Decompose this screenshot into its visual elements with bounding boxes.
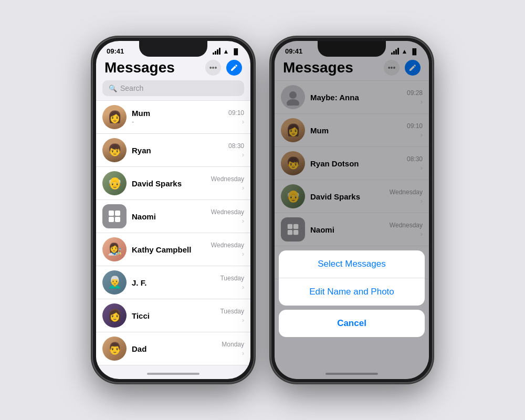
edit-name-photo-button[interactable]: Edit Name and Photo bbox=[279, 278, 425, 306]
chevron-icon: › bbox=[242, 184, 244, 192]
phone-2: 09:41 ▲ ▐▌ Messages ••• bbox=[270, 37, 433, 383]
list-item[interactable]: 👩‍🎨 Kathy Campbell Wednesday › bbox=[96, 233, 250, 266]
avatar: 👨‍🦳 bbox=[102, 270, 127, 295]
notch-1 bbox=[139, 41, 207, 57]
list-item[interactable]: 👩 Mum - 09:10 › bbox=[96, 100, 250, 134]
chevron-icon: › bbox=[242, 118, 244, 125]
message-name: David Sparks bbox=[132, 179, 206, 188]
chevron-icon: › bbox=[242, 151, 244, 159]
message-time: Wednesday bbox=[211, 208, 244, 216]
messages-list-1: 👩 Mum - 09:10 › 👦 bbox=[96, 100, 250, 365]
chevron-icon: › bbox=[242, 250, 244, 258]
svg-rect-0 bbox=[109, 211, 114, 216]
compose-button-1[interactable] bbox=[226, 60, 242, 76]
chevron-icon: › bbox=[242, 217, 244, 225]
dots-button-1[interactable]: ••• bbox=[205, 60, 221, 76]
nav-bar-1: Messages ••• bbox=[96, 57, 250, 80]
message-name: Dad bbox=[132, 344, 216, 353]
action-sheet: Select Messages Edit Name and Photo Canc… bbox=[275, 250, 429, 379]
search-bar-1[interactable]: 🔍 Search bbox=[102, 80, 244, 96]
phone-1: 09:41 ▲ ▐▌ Messages ••• bbox=[92, 37, 255, 383]
chevron-icon: › bbox=[242, 283, 244, 291]
chevron-icon: › bbox=[242, 349, 244, 357]
message-time: Wednesday bbox=[211, 175, 244, 183]
message-content: Dad bbox=[132, 344, 216, 353]
list-item[interactable]: Naomi Wednesday › bbox=[96, 200, 250, 233]
naomi-app-icon bbox=[107, 208, 122, 224]
list-item[interactable]: 👨‍🦳 J. F. Tuesday › bbox=[96, 266, 250, 299]
screen-1: 09:41 ▲ ▐▌ Messages ••• bbox=[96, 41, 250, 379]
message-name: Kathy Campbell bbox=[132, 245, 206, 254]
message-content: Ryan bbox=[132, 146, 223, 155]
message-meta: Tuesday › bbox=[220, 275, 244, 291]
message-name: Naomi bbox=[132, 212, 206, 221]
list-item[interactable]: 👦 Ryan 08:30 › bbox=[96, 134, 250, 167]
compose-icon-1 bbox=[230, 64, 238, 72]
message-name: Mum bbox=[132, 109, 223, 118]
message-meta: Wednesday › bbox=[211, 175, 244, 192]
avatar: 👩‍🎨 bbox=[102, 237, 127, 261]
message-content: Mum - bbox=[132, 109, 223, 125]
message-time: Wednesday bbox=[211, 242, 244, 249]
home-indicator-2 bbox=[326, 373, 378, 375]
home-indicator-1 bbox=[147, 373, 200, 375]
chevron-icon: › bbox=[242, 316, 244, 324]
screen-2: 09:41 ▲ ▐▌ Messages ••• bbox=[275, 41, 429, 379]
list-item[interactable]: 👴 David Sparks Wednesday › bbox=[96, 167, 250, 200]
nav-actions-1: ••• bbox=[205, 60, 242, 76]
battery-icon-1: ▐▌ bbox=[232, 48, 240, 55]
list-item[interactable]: 👨 Dad Monday › bbox=[96, 332, 250, 365]
message-content: David Sparks bbox=[132, 179, 206, 188]
message-content: Naomi bbox=[132, 212, 206, 221]
avatar: 👨 bbox=[102, 337, 127, 361]
avatar: 👴 bbox=[102, 171, 127, 195]
message-meta: Monday › bbox=[222, 341, 244, 357]
cancel-button[interactable]: Cancel bbox=[279, 310, 425, 337]
message-content: Kathy Campbell bbox=[132, 245, 206, 254]
action-sheet-overlay: Select Messages Edit Name and Photo Canc… bbox=[275, 250, 429, 379]
message-meta: Tuesday › bbox=[220, 308, 244, 324]
message-time: Tuesday bbox=[220, 308, 244, 315]
search-placeholder-1: Search bbox=[120, 84, 143, 92]
message-time: Monday bbox=[222, 341, 244, 348]
avatar: 👩 bbox=[102, 105, 127, 129]
message-content: J. F. bbox=[132, 278, 215, 287]
message-time: 08:30 bbox=[228, 142, 244, 150]
wifi-icon-1: ▲ bbox=[223, 48, 229, 55]
search-icon-1: 🔍 bbox=[109, 85, 117, 92]
message-meta: Wednesday › bbox=[211, 242, 244, 258]
avatar: 👩 bbox=[102, 303, 127, 328]
message-time: 09:10 bbox=[228, 109, 244, 117]
status-icons-1: ▲ ▐▌ bbox=[213, 48, 240, 55]
svg-rect-3 bbox=[115, 217, 120, 222]
message-name: J. F. bbox=[132, 278, 215, 287]
select-messages-button[interactable]: Select Messages bbox=[279, 250, 425, 278]
message-time: Tuesday bbox=[220, 275, 244, 282]
signal-icon-1 bbox=[213, 48, 220, 55]
svg-rect-2 bbox=[109, 217, 114, 222]
action-sheet-group: Select Messages Edit Name and Photo bbox=[279, 250, 425, 306]
page-title-1: Messages bbox=[104, 59, 175, 76]
status-time-1: 09:41 bbox=[107, 47, 124, 55]
svg-rect-1 bbox=[115, 211, 120, 216]
message-content: Ticci bbox=[132, 311, 215, 320]
list-item[interactable]: 👩 Ticci Tuesday › bbox=[96, 299, 250, 332]
message-meta: 09:10 › bbox=[228, 109, 244, 125]
avatar bbox=[102, 204, 127, 228]
message-meta: Wednesday › bbox=[211, 208, 244, 225]
message-preview: - bbox=[132, 118, 223, 125]
avatar: 👦 bbox=[102, 138, 127, 162]
message-name: Ticci bbox=[132, 311, 215, 320]
message-meta: 08:30 › bbox=[228, 142, 244, 159]
message-name: Ryan bbox=[132, 146, 223, 155]
